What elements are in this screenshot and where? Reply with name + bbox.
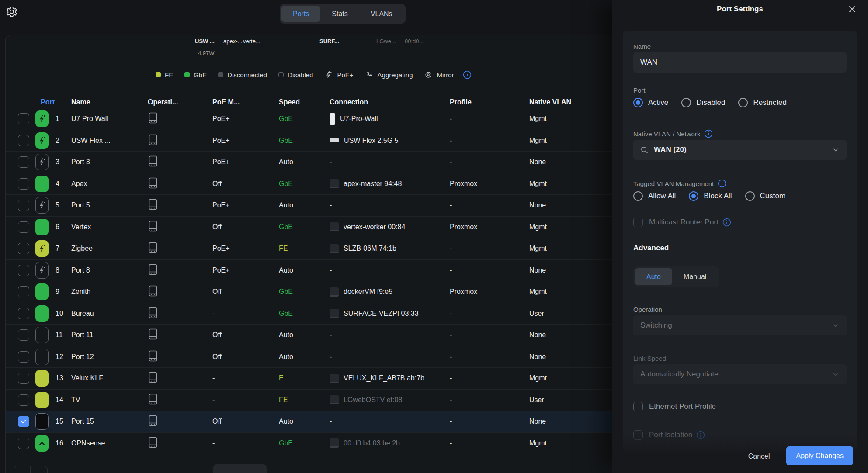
- device-label: verte...: [243, 38, 260, 45]
- tab-vlans[interactable]: VLANs: [359, 6, 404, 22]
- radio-block-all[interactable]: Block All: [689, 191, 732, 201]
- connection-cell: VELUX_KLF_AB7B ab:7b: [330, 374, 450, 383]
- radio-disabled[interactable]: Disabled: [681, 98, 725, 107]
- connection-cell: SURFACE-VEZPI 03:33: [330, 309, 450, 318]
- info-icon[interactable]: [722, 218, 731, 227]
- chevron-down-icon: [832, 321, 840, 329]
- row-checkbox[interactable]: [18, 200, 29, 211]
- column-header-operation[interactable]: Operati...: [148, 98, 212, 106]
- radio-active[interactable]: Active: [633, 98, 668, 107]
- row-checkbox[interactable]: [18, 265, 29, 276]
- link-speed-select[interactable]: Automatically Negotiate: [633, 364, 847, 384]
- tab-stats[interactable]: Stats: [320, 6, 359, 22]
- legend-swatch: [218, 72, 223, 77]
- port-name: Port 11: [71, 331, 148, 339]
- column-header-port[interactable]: Port: [35, 98, 71, 106]
- row-checkbox[interactable]: [18, 351, 29, 363]
- poe-mode-value: -: [212, 374, 279, 382]
- row-checkbox[interactable]: [18, 243, 29, 254]
- view-tabs: Ports Stats VLANs: [280, 4, 406, 24]
- mode-auto[interactable]: Auto: [635, 268, 672, 285]
- poe-mode-value: PoE+: [212, 137, 279, 145]
- operation-selected-value: Switching: [640, 321, 672, 330]
- connection-cell: U7-Pro-Wall: [330, 113, 450, 125]
- row-checkbox[interactable]: [18, 113, 29, 124]
- ethernet-port-profile-checkbox[interactable]: Ethernet Port Profile: [633, 402, 716, 411]
- row-checkbox[interactable]: [18, 135, 29, 146]
- poe-mode-value: -: [212, 396, 279, 404]
- row-checkbox[interactable]: [18, 416, 29, 427]
- port-number: 6: [56, 223, 71, 231]
- port-number: 4: [56, 180, 71, 188]
- port-status-icon: [35, 176, 49, 192]
- info-icon[interactable]: [704, 129, 713, 138]
- poe-mode-value: PoE+: [212, 245, 279, 252]
- row-checkbox[interactable]: [18, 178, 29, 190]
- aggregating-icon: [365, 70, 374, 79]
- profile-value: Proxmox: [450, 288, 529, 296]
- port-status-icon: [35, 197, 49, 214]
- apply-changes-button[interactable]: Apply Changes: [786, 446, 853, 465]
- poe-mode-value: -: [212, 310, 279, 318]
- switch-device-icon: [148, 263, 158, 276]
- cancel-button[interactable]: Cancel: [748, 452, 770, 465]
- mode-manual[interactable]: Manual: [672, 268, 718, 285]
- port-status-icon: [35, 110, 49, 127]
- profile-value: -: [450, 158, 529, 166]
- pagination-next-button[interactable]: [31, 466, 48, 473]
- row-checkbox[interactable]: [18, 394, 29, 406]
- column-header-poe-mode[interactable]: PoE M...: [212, 98, 279, 106]
- port-legend: FEGbEDisconnectedDisabledPoE+Aggregating…: [156, 69, 472, 81]
- legend-info-icon[interactable]: [463, 70, 472, 79]
- port-name: Port 3: [71, 158, 148, 166]
- tab-ports[interactable]: Ports: [281, 6, 320, 22]
- pagination-size-button[interactable]: [213, 464, 267, 473]
- row-checkbox[interactable]: [18, 221, 29, 233]
- info-icon[interactable]: [718, 179, 726, 188]
- radio-dot: [738, 98, 748, 107]
- column-header-connection[interactable]: Connection: [330, 98, 450, 106]
- close-icon[interactable]: [847, 4, 858, 15]
- column-header-name[interactable]: Name: [71, 98, 148, 106]
- radio-custom[interactable]: Custom: [745, 191, 786, 201]
- port-speed-value: GbE: [279, 137, 330, 145]
- native-vlan-select[interactable]: WAN (20): [633, 140, 847, 160]
- port-status-icon: [35, 283, 49, 300]
- port-name-input[interactable]: [633, 52, 847, 73]
- row-checkbox[interactable]: [18, 329, 29, 341]
- column-header-speed[interactable]: Speed: [279, 98, 330, 106]
- row-checkbox[interactable]: [18, 438, 29, 449]
- legend-item-fe: FE: [156, 71, 173, 79]
- multicast-router-port-checkbox[interactable]: Multicast Router Port: [633, 218, 731, 227]
- port-name: Zigbee: [71, 245, 148, 252]
- pagination-prev-button[interactable]: [14, 466, 31, 473]
- switch-device-icon: [148, 177, 158, 189]
- radio-allow-all[interactable]: Allow All: [633, 191, 676, 201]
- settings-gear-icon[interactable]: [6, 6, 18, 18]
- connection-cell: 00:d0:b4:03:be:2b: [330, 438, 450, 448]
- connected-device-icon: [330, 138, 339, 142]
- panel-footer: Cancel Apply Changes: [612, 434, 868, 473]
- row-checkbox[interactable]: [18, 156, 29, 168]
- radio-restricted[interactable]: Restricted: [738, 98, 787, 107]
- row-checkbox[interactable]: [18, 308, 29, 319]
- column-header-profile[interactable]: Profile: [450, 98, 529, 106]
- chevron-down-icon: [832, 370, 840, 378]
- profile-value: -: [450, 201, 529, 209]
- row-checkbox[interactable]: [18, 373, 29, 384]
- connection-cell: LGwebOSTV ef:08: [330, 395, 450, 404]
- operation-select[interactable]: Switching: [633, 315, 847, 335]
- legend-label: GbE: [194, 71, 207, 79]
- row-checkbox[interactable]: [18, 286, 29, 297]
- connection-name: SURFACE-VEZPI 03:33: [344, 310, 419, 318]
- switch-device-icon: [148, 371, 158, 383]
- radio-label: Block All: [704, 192, 732, 200]
- radio-dot: [681, 98, 691, 107]
- poe-bolt-icon: [324, 70, 333, 79]
- legend-swatch: [184, 72, 190, 77]
- tagged-vlan-label: Tagged VLAN Management: [633, 179, 726, 188]
- poe-mode-value: PoE+: [212, 158, 279, 166]
- port-status-icon: [35, 132, 49, 149]
- ethernet-profile-label: Ethernet Port Profile: [649, 402, 716, 411]
- device-label: SURF...: [319, 38, 339, 45]
